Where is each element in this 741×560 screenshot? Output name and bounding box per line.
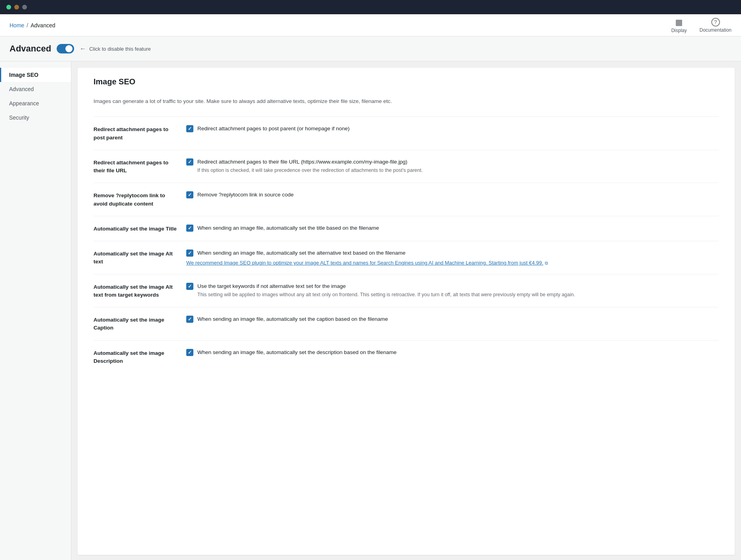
topbar-actions: ▦ Display ? Documentation [671,17,731,33]
setting-row-auto-caption: Automatically set the image Caption ✓ Wh… [94,307,719,340]
checkbox-auto-title[interactable]: ✓ [186,225,193,232]
setting-label-redirect-post-parent: Redirect attachment pages to post parent [94,125,177,142]
breadcrumb-separator: / [27,22,28,29]
main-layout: Image SEO Advanced Appearance Security I… [0,61,741,560]
setting-subtext-auto-alt-keywords: This setting will be applied to images w… [197,291,575,299]
checkbox-auto-caption[interactable]: ✓ [186,316,193,323]
setting-control-auto-description: ✓ When sending an image file, automatica… [186,349,719,356]
setting-label-auto-title: Automatically set the image Title [94,224,177,233]
setting-row-auto-alt-keywords: Automatically set the image Alt text fro… [94,274,719,307]
setting-label-auto-alt-keywords: Automatically set the image Alt text fro… [94,282,177,299]
setting-control-redirect-post-parent: ✓ Redirect attachment pages to post pare… [186,125,719,133]
close-dot [6,5,11,10]
setting-label-remove-replytocom: Remove ?replytocom link to avoid duplica… [94,191,177,208]
setting-text-auto-caption: When sending an image file, automaticall… [197,315,388,323]
sidebar: Image SEO Advanced Appearance Security [0,61,71,560]
setting-row-redirect-post-parent: Redirect attachment pages to post parent… [94,116,719,150]
setting-row-auto-description: Automatically set the image Description … [94,340,719,373]
feature-toggle[interactable] [57,44,74,53]
setting-label-redirect-file-url: Redirect attachment pages to their file … [94,158,177,175]
feature-hint: ← Click to disable this feature [80,45,151,52]
section-title: Image SEO [94,77,719,91]
checkbox-auto-description[interactable]: ✓ [186,349,193,356]
section-description: Images can generate a lot of traffic to … [94,97,719,105]
checkbox-auto-alt-keywords[interactable]: ✓ [186,283,193,290]
setting-subtext-redirect-file-url: If this option is checked, it will take … [197,167,423,174]
breadcrumb: Home / Advanced [10,22,55,29]
setting-row-auto-alt: Automatically set the image Alt text ✓ W… [94,241,719,274]
display-label: Display [671,28,687,33]
checkbox-remove-replytocom[interactable]: ✓ [186,191,193,198]
content-area: Image SEO Images can generate a lot of t… [78,68,735,555]
setting-text-auto-alt: When sending an image file, automaticall… [197,249,405,257]
setting-control-auto-title: ✓ When sending an image file, automatica… [186,224,719,232]
setting-text-redirect-file-url: Redirect attachment pages to their file … [197,159,407,165]
topbar: Home / Advanced ▦ Display ? Documentatio… [0,14,741,36]
setting-text-auto-description: When sending an image file, automaticall… [197,349,397,356]
setting-control-auto-alt: ✓ When sending an image file, automatica… [186,249,719,266]
sidebar-item-appearance[interactable]: Appearance [0,96,71,110]
setting-control-auto-alt-keywords: ✓ Use the target keywords if not alterna… [186,282,719,299]
minimize-dot [14,5,19,10]
setting-control-auto-caption: ✓ When sending an image file, automatica… [186,315,719,323]
breadcrumb-current: Advanced [31,22,55,29]
documentation-icon: ? [711,18,720,27]
setting-text-auto-title: When sending an image file, automaticall… [197,224,379,232]
checkbox-auto-alt[interactable]: ✓ [186,250,193,257]
hint-text: Click to disable this feature [89,46,151,52]
display-icon: ▦ [675,17,683,27]
setting-text-auto-alt-keywords: Use the target keywords if not alternati… [197,283,346,289]
feature-title: Advanced [10,44,51,54]
documentation-button[interactable]: ? Documentation [699,18,731,33]
setting-label-auto-description: Automatically set the image Description [94,349,177,366]
sidebar-item-security[interactable]: Security [0,110,71,125]
sidebar-item-advanced[interactable]: Advanced [0,82,71,96]
checkbox-redirect-post-parent[interactable]: ✓ [186,125,193,132]
setting-control-remove-replytocom: ✓ Remove ?replytocom link in source code [186,191,719,199]
setting-row-auto-title: Automatically set the image Title ✓ When… [94,216,719,241]
fullscreen-dot [22,5,27,10]
sidebar-item-image-seo[interactable]: Image SEO [0,68,71,82]
setting-row-redirect-file-url: Redirect attachment pages to their file … [94,150,719,183]
image-seo-plugin-link[interactable]: We recommend Image SEO plugin to optimiz… [186,260,543,266]
setting-text-redirect-post-parent: Redirect attachment pages to post parent… [197,125,349,133]
display-button[interactable]: ▦ Display [671,17,687,33]
feature-header: Advanced ← Click to disable this feature [0,36,741,61]
documentation-label: Documentation [699,27,731,33]
setting-row-remove-replytocom: Remove ?replytocom link to avoid duplica… [94,183,719,216]
hint-arrow-icon: ← [80,45,86,52]
titlebar [0,0,741,14]
setting-label-auto-caption: Automatically set the image Caption [94,315,177,332]
setting-label-auto-alt: Automatically set the image Alt text [94,249,177,266]
checkbox-redirect-file-url[interactable]: ✓ [186,158,193,166]
setting-text-remove-replytocom: Remove ?replytocom link in source code [197,191,294,199]
external-link-icon: ⧉ [545,261,548,265]
breadcrumb-home-link[interactable]: Home [10,22,24,29]
setting-control-redirect-file-url: ✓ Redirect attachment pages to their fil… [186,158,719,174]
